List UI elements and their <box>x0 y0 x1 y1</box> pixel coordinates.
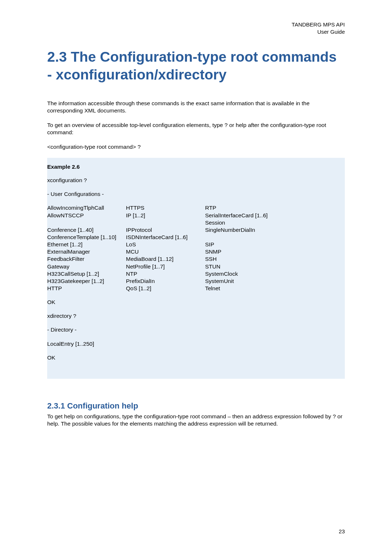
col3-item: SSH <box>205 255 342 263</box>
col3-item: RTP <box>205 204 342 212</box>
col1-item: AllowNTSCCP <box>47 212 126 219</box>
col1-item: ConferenceTemplate [1..10] <box>47 234 126 241</box>
page-number: 23 <box>339 528 345 534</box>
intro-paragraph-3: <configuration-type root command> ? <box>47 143 345 151</box>
example-label: Example 2.6 <box>47 164 342 170</box>
col3-item: STUN <box>205 263 342 270</box>
col1-item: HTTP <box>47 285 126 292</box>
col2-item: IPProtocol <box>126 226 205 234</box>
col1-item: AllowIncomingTlphCall <box>47 204 126 212</box>
example-command-1: xconfiguration ? <box>47 177 342 184</box>
col1-item: Ethernet [1..2] <box>47 241 126 248</box>
example-subheading-2: - Directory - <box>47 326 342 333</box>
col1-item: Conference [1..40] <box>47 226 126 234</box>
header-line-1: TANDBERG MPS API <box>47 21 345 28</box>
col3-item <box>205 234 342 241</box>
col2-item: LoS <box>126 241 205 248</box>
example-subheading-1: - User Configurations - <box>47 190 342 198</box>
section-title: 2.3 The Configuration-type root commands… <box>47 48 345 84</box>
col3-item: SNMP <box>205 248 342 255</box>
col2-item: HTTPS <box>126 204 205 212</box>
col3-item: SystemUnit <box>205 278 342 285</box>
col3-item: Telnet <box>205 285 342 292</box>
document-header: TANDBERG MPS API User Guide <box>47 21 345 35</box>
col2-item: NTP <box>126 270 205 278</box>
example-ok-1: OK <box>47 299 342 306</box>
intro-paragraph-1: The information accessible through these… <box>47 100 345 114</box>
example-command-2: xdirectory ? <box>47 312 342 320</box>
example-block: Example 2.6 xconfiguration ? - User Conf… <box>47 158 345 379</box>
example-ok-2: OK <box>47 354 342 361</box>
subsection-body: To get help on configurations, type the … <box>47 413 345 427</box>
example-entry: LocalEntry [1..250] <box>47 340 342 348</box>
col2-item <box>126 219 205 226</box>
intro-paragraph-2: To get an overview of accessible top-lev… <box>47 122 345 136</box>
header-line-2: User Guide <box>47 28 345 36</box>
col1-item: ExternalManager <box>47 248 126 255</box>
col3-item: SIP <box>205 241 342 248</box>
col1-item: FeedbackFilter <box>47 255 126 263</box>
col3-item: Session <box>205 219 342 226</box>
col1-item: Gateway <box>47 263 126 270</box>
config-columns-table: AllowIncomingTlphCall AllowNTSCCP Confer… <box>47 204 342 292</box>
col2-item: MediaBoard [1..12] <box>126 255 205 263</box>
col2-item: ISDNInterfaceCard [1..6] <box>126 234 205 241</box>
subsection-title: 2.3.1 Configuration help <box>47 401 345 411</box>
col1-item: H323CallSetup [1..2] <box>47 270 126 278</box>
col1-item: H323Gatekeeper [1..2] <box>47 278 126 285</box>
col2-item: NetProfile [1..7] <box>126 263 205 270</box>
col1-item <box>47 219 126 226</box>
col2-item: QoS [1..2] <box>126 285 205 292</box>
col3-item: SystemClock <box>205 270 342 278</box>
col2-item: IP [1..2] <box>126 212 205 219</box>
col3-item: SerialInterfaceCard [1..6] <box>205 212 342 219</box>
col2-item: PrefixDialIn <box>126 278 205 285</box>
col3-item: SingleNumberDialIn <box>205 226 342 234</box>
col2-item: MCU <box>126 248 205 255</box>
